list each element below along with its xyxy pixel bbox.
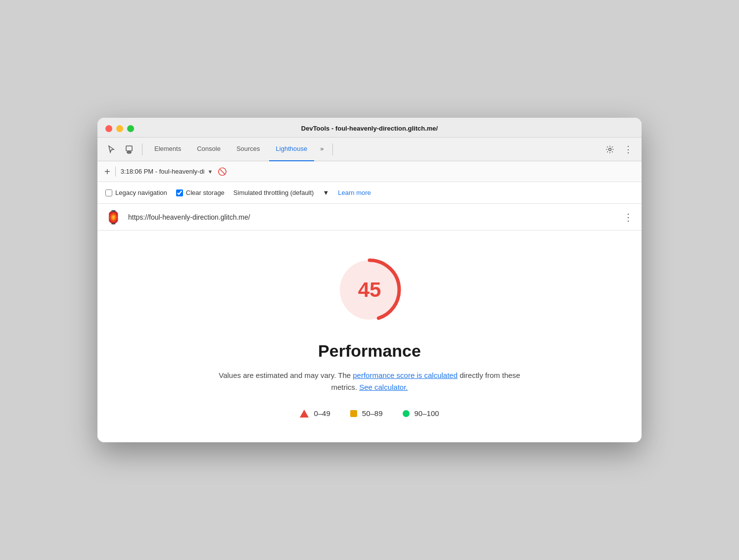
legacy-nav-checkbox[interactable]	[105, 189, 112, 196]
description-prefix: Values are estimated and may vary. The	[219, 371, 353, 379]
gear-icon	[605, 145, 614, 154]
url-more-button[interactable]: ⋮	[623, 211, 634, 223]
tab-lighthouse[interactable]: Lighthouse	[269, 138, 315, 161]
browser-window: DevTools - foul-heavenly-direction.glitc…	[97, 118, 642, 442]
performance-title: Performance	[318, 341, 421, 361]
throttling-label: Simulated throttling (default)	[233, 189, 314, 196]
clear-storage-checkbox[interactable]	[176, 189, 183, 196]
perf-score-link[interactable]: performance score is calculated	[353, 371, 458, 379]
calculator-link[interactable]: See calculator.	[359, 383, 408, 391]
poor-triangle-icon	[300, 410, 309, 418]
toolbar-right: ⋮	[602, 141, 636, 157]
cursor-icon-button[interactable]	[103, 141, 119, 157]
device-icon	[125, 145, 134, 154]
close-button[interactable]	[105, 125, 112, 132]
add-button[interactable]: +	[104, 167, 110, 177]
traffic-lights	[105, 125, 134, 132]
needs-improvement-square-icon	[350, 410, 357, 417]
throttling-dropdown[interactable]: ▼	[323, 189, 329, 196]
address-content: 3:18:06 PM - foul-heavenly-di ▼	[121, 168, 213, 175]
site-url: https://foul-heavenly-direction.glitch.m…	[128, 213, 616, 221]
clear-storage-checkbox-item[interactable]: Clear storage	[176, 189, 225, 196]
legend-item-good: 90–100	[403, 409, 439, 418]
legend-good-range: 90–100	[415, 409, 439, 418]
legacy-nav-checkbox-item[interactable]: Legacy navigation	[105, 189, 167, 196]
score-number: 45	[358, 278, 381, 302]
settings-button[interactable]	[602, 141, 618, 157]
throttling-dropdown-arrow-icon: ▼	[323, 189, 329, 196]
device-icon-button[interactable]	[121, 141, 137, 157]
devtools-toolbar: Elements Console Sources Lighthouse » ⋮	[97, 138, 642, 161]
minimize-button[interactable]	[116, 125, 123, 132]
tab-more[interactable]: »	[316, 138, 327, 161]
svg-rect-0	[126, 146, 132, 151]
legacy-nav-label: Legacy navigation	[115, 189, 167, 196]
title-bar: DevTools - foul-heavenly-direction.glitc…	[97, 118, 642, 138]
svg-point-3	[609, 148, 611, 150]
address-separator	[115, 167, 116, 177]
good-circle-icon	[403, 410, 410, 417]
more-vert-icon: ⋮	[624, 144, 632, 155]
options-row: Legacy navigation Clear storage Simulate…	[97, 182, 642, 204]
legend-item-needs-improvement: 50–89	[350, 409, 383, 418]
legend-poor-range: 0–49	[314, 409, 330, 418]
clear-storage-label: Clear storage	[186, 189, 225, 196]
main-content: 45 Performance Values are estimated and …	[97, 231, 642, 442]
score-gauge: 45	[330, 250, 409, 329]
legend-needs-improvement-range: 50–89	[362, 409, 383, 418]
score-legend: 0–49 50–89 90–100	[300, 409, 439, 418]
tab-elements[interactable]: Elements	[147, 138, 188, 161]
maximize-button[interactable]	[127, 125, 134, 132]
url-row: 🏮 https://foul-heavenly-direction.glitch…	[97, 204, 642, 231]
stop-icon[interactable]: 🚫	[218, 167, 227, 176]
tab-console[interactable]: Console	[190, 138, 228, 161]
toolbar-separator-2	[332, 143, 333, 155]
legend-item-poor: 0–49	[300, 409, 330, 418]
window-title: DevTools - foul-heavenly-direction.glitc…	[301, 125, 438, 132]
tab-sources[interactable]: Sources	[230, 138, 267, 161]
timestamp-label: 3:18:06 PM - foul-heavenly-di	[121, 168, 205, 175]
lighthouse-site-icon: 🏮	[105, 211, 121, 224]
dropdown-arrow-icon[interactable]: ▼	[208, 169, 213, 175]
performance-description: Values are estimated and may vary. The p…	[216, 370, 523, 393]
cursor-icon	[107, 145, 116, 154]
toolbar-separator-1	[142, 143, 142, 155]
learn-more-link[interactable]: Learn more	[338, 189, 370, 196]
more-options-button[interactable]: ⋮	[620, 141, 636, 157]
address-bar-row: + 3:18:06 PM - foul-heavenly-di ▼ 🚫	[97, 161, 642, 182]
